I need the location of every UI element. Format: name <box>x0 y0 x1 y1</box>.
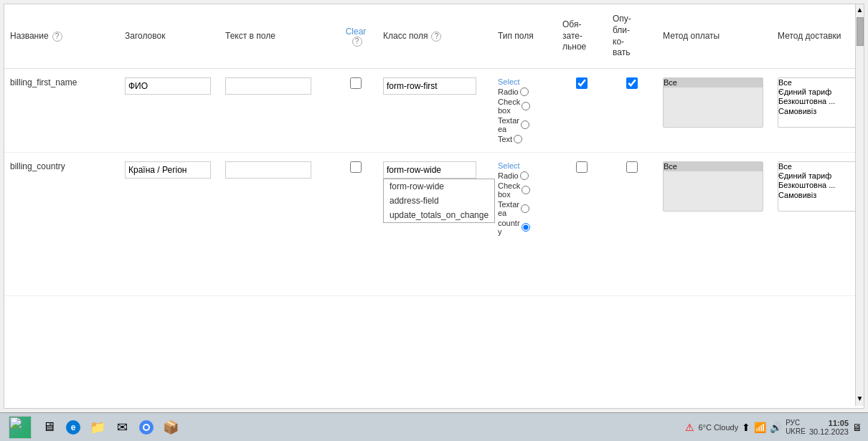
row2-heading-cell <box>119 158 220 181</box>
row1-published-cell <box>607 75 657 94</box>
main-table: Название ? Заголовок Текст в поле Clear … <box>4 4 864 409</box>
table-row: billing_first_name Select Radio <box>4 69 864 153</box>
col-header-name: Название ? <box>4 28 119 45</box>
col-name-label: Название <box>10 31 49 42</box>
row1-fieldtext-input[interactable] <box>225 77 311 95</box>
row2-type-checkbox[interactable]: Checkbox <box>498 181 551 199</box>
row1-published-checkbox[interactable] <box>626 77 638 89</box>
col-published-label: Опу-бли-ко-вать <box>613 14 631 58</box>
row2-checkbox-label: Checkbox <box>498 181 520 199</box>
svg-text:e: e <box>71 422 76 432</box>
row2-clear-checkbox[interactable] <box>350 161 362 173</box>
date-display: 30.12.2023 <box>809 427 849 436</box>
row1-type-radio[interactable]: Radio <box>498 87 551 96</box>
row1-payment-select[interactable]: Все <box>663 77 763 128</box>
tray-warning-icon: ⚠ <box>685 422 694 433</box>
row1-heading-input[interactable] <box>125 77 211 95</box>
row1-radio-input[interactable] <box>520 87 529 96</box>
row2-payment-container: Все <box>663 161 766 212</box>
row2-class-cell: form-row-wide address-field update_total… <box>377 158 492 181</box>
vertical-scrollbar[interactable]: ▲ ▼ <box>855 4 864 406</box>
row2-checkbox-input[interactable] <box>522 186 530 194</box>
col-header-fieldtext: Текст в поле <box>220 28 334 45</box>
row1-field-name: billing_first_name <box>10 77 77 87</box>
row1-checkbox-input[interactable] <box>522 102 530 110</box>
row2-type-country[interactable]: country <box>498 219 551 236</box>
row2-select-label[interactable]: Select <box>498 161 520 170</box>
svg-point-4 <box>144 425 148 430</box>
row2-heading-input[interactable] <box>125 161 211 179</box>
taskbar-icon-folder[interactable]: 📁 <box>88 417 108 437</box>
row2-delivery-cell: Все Єдиний тариф Безкоштовна ... Самовив… <box>772 158 864 214</box>
taskbar-icon-chrome[interactable] <box>136 417 156 437</box>
row1-class-input[interactable] <box>383 77 476 95</box>
row1-text-input[interactable] <box>514 135 522 143</box>
name-help-icon[interactable]: ? <box>52 32 62 42</box>
row2-type-radio[interactable]: Radio <box>498 171 551 180</box>
row1-required-checkbox[interactable] <box>576 77 588 89</box>
dropdown-item-wide[interactable]: form-row-wide <box>384 179 494 194</box>
col-header-published: Опу-бли-ко-вать <box>607 11 657 61</box>
row1-type-checkbox[interactable]: Checkbox <box>498 98 551 115</box>
class-help-icon[interactable]: ? <box>431 32 441 42</box>
table-row: billing_country form-row-wide address-fi… <box>4 153 864 296</box>
start-logo[interactable] <box>9 416 32 439</box>
system-tray: ⚠ 6°C Cloudy ⬆ 📶 🔊 РУС UKRE 11:05 30.12.… <box>685 419 862 436</box>
row2-clear-cell <box>334 158 377 178</box>
col-class-label: Класс поля <box>383 31 428 42</box>
col-header-clear: Clear ? <box>334 24 377 49</box>
taskbar-icon-monitor[interactable]: 🖥 <box>39 417 59 437</box>
row2-class-input[interactable] <box>383 161 476 179</box>
taskbar-icon-edge[interactable]: e <box>63 417 83 437</box>
row2-field-name: billing_country <box>10 161 65 171</box>
row1-payment-cell: Все <box>657 75 772 131</box>
scroll-thumb[interactable] <box>857 17 864 46</box>
clear-help-icon[interactable]: ? <box>352 37 362 47</box>
row1-type-select[interactable]: Select <box>498 77 551 86</box>
row1-class-cell <box>377 75 492 98</box>
row2-required-cell <box>557 158 607 178</box>
col-delivery-label: Метод доставки <box>778 31 841 42</box>
time-display: 11:05 <box>809 419 849 427</box>
row2-radio-input[interactable] <box>520 171 529 180</box>
clear-link[interactable]: Clear ? <box>346 27 367 47</box>
start-button[interactable] <box>6 415 34 440</box>
row1-payment-container: Все <box>663 77 766 128</box>
row1-type-cell: Select Radio Checkbox Textarea Text <box>492 75 557 146</box>
taskbar-icon-app[interactable]: 📦 <box>161 417 181 437</box>
row1-select-label[interactable]: Select <box>498 77 520 86</box>
row2-country-input[interactable] <box>522 223 530 232</box>
tray-desktop-icon[interactable]: 🖥 <box>852 422 862 433</box>
taskbar: 🖥 e 📁 ✉ 📦 ⚠ 6°C Cloudy ⬆ 📶 🔊 РУС UKRE 11… <box>0 412 868 441</box>
row1-delivery-cell: Все Єдиний тариф Безкоштовна ... Самовив… <box>772 75 864 131</box>
row1-clear-checkbox[interactable] <box>350 77 362 89</box>
row2-published-checkbox[interactable] <box>626 161 638 173</box>
clock-display: 11:05 30.12.2023 <box>809 419 849 436</box>
row1-fieldtext-cell <box>220 75 334 98</box>
row2-published-cell <box>607 158 657 178</box>
row2-required-checkbox[interactable] <box>576 161 588 173</box>
table-header: Название ? Заголовок Текст в поле Clear … <box>4 4 864 69</box>
scroll-up-arrow[interactable]: ▲ <box>857 4 864 16</box>
row2-payment-select[interactable]: Все <box>663 161 763 212</box>
row1-checkbox-label: Checkbox <box>498 98 520 115</box>
row1-type-group: Select Radio Checkbox Textarea Text <box>498 77 551 143</box>
row2-type-textarea[interactable]: Textarea <box>498 200 551 217</box>
row1-textarea-input[interactable] <box>521 120 529 129</box>
row1-type-textarea[interactable]: Textarea <box>498 116 551 133</box>
tray-wifi-icon: 📶 <box>754 422 766 433</box>
row2-payment-cell: Все <box>657 158 772 214</box>
taskbar-icon-mail[interactable]: ✉ <box>112 417 132 437</box>
dropdown-item-update[interactable]: update_totals_on_change <box>384 208 494 222</box>
row2-textarea-input[interactable] <box>521 204 529 213</box>
dropdown-item-address[interactable]: address-field <box>384 194 494 208</box>
row2-delivery-select[interactable]: Все Єдиний тариф Безкоштовна ... Самовив… <box>778 161 864 212</box>
language-badge[interactable]: РУС UKRE <box>786 419 806 436</box>
row1-type-text[interactable]: Text <box>498 135 551 143</box>
row1-textarea-label: Textarea <box>498 116 519 133</box>
row2-type-select[interactable]: Select <box>498 161 551 170</box>
row2-fieldtext-input[interactable] <box>225 161 311 179</box>
row1-clear-cell <box>334 75 377 94</box>
row1-delivery-select[interactable]: Все Єдиний тариф Безкоштовна ... Самовив… <box>778 77 864 128</box>
scroll-down-arrow[interactable]: ▼ <box>857 393 864 404</box>
